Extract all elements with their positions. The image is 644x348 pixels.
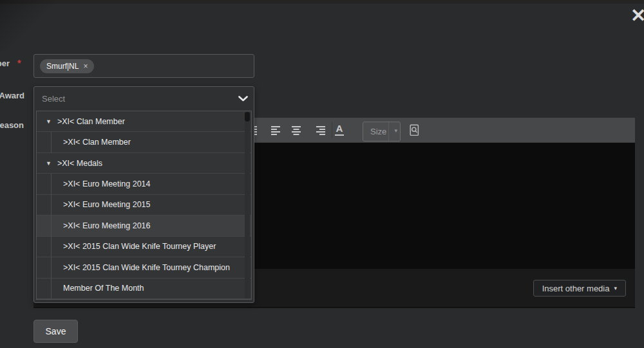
award-option[interactable]: >XI< Euro Meeting 2014 [37,174,251,194]
award-option-label: >XI< Clan Member [57,117,125,126]
award-option-label: >XI< Euro Meeting 2016 [63,221,151,230]
insert-media-chevron-icon: ▾ [614,285,617,291]
required-asterisk: * [17,58,21,68]
award-select: Select ▼ >XI< Clan Member >XI< Clan Memb… [33,86,254,303]
member-tag: Smurf|NL × [40,59,94,73]
award-field-label: Award [0,91,24,101]
award-option-group[interactable]: ▼ >XI< Medals [37,153,251,174]
award-select-header[interactable]: Select [34,87,254,111]
award-option[interactable]: >XI< 2015 Clan Wide Knife Tourney Champi… [37,257,251,278]
size-select[interactable]: Size ▾ [363,122,401,142]
toolbar-separator [332,122,332,138]
size-chevron-icon: ▾ [394,127,397,134]
top-shade [0,0,644,4]
award-option-label: >XI< Clan Member [63,138,131,147]
award-option[interactable]: >XI< Clan Member [37,132,251,152]
scrollbar-track[interactable] [245,112,250,298]
chevron-down-icon [238,96,248,102]
close-icon[interactable]: ✕ [630,4,644,27]
award-option-label: >XI< Euro Meeting 2014 [63,179,151,188]
collapse-triangle-icon[interactable]: ▼ [46,118,52,125]
collapse-triangle-icon[interactable]: ▼ [46,160,52,167]
font-color-glyph: A [334,124,345,133]
award-select-placeholder: Select [42,94,65,104]
corner-shade [0,0,58,51]
award-option-group[interactable]: ▼ >XI< Clan Member [37,111,251,132]
award-option[interactable]: Member Of The Month [37,279,251,299]
align-right-icon[interactable] [316,125,326,136]
remove-tag-icon[interactable]: × [83,62,88,71]
award-dropdown-list: ▼ >XI< Clan Member >XI< Clan Member ▼ >X… [36,111,252,300]
save-button[interactable]: Save [33,320,78,343]
scrollbar-thumb[interactable] [245,112,250,122]
preview-icon[interactable] [410,124,419,136]
reason-field-label: Reason [0,120,24,131]
award-option[interactable]: >XI< Euro Meeting 2015 [37,195,251,215]
insert-other-media-button[interactable]: Insert other media ▾ [533,280,626,297]
member-field-label: Member [0,59,10,69]
award-option-label: >XI< Euro Meeting 2015 [63,200,151,209]
save-button-label: Save [46,326,66,336]
award-option-label: Member Of The Month [63,284,144,293]
font-color-icon[interactable]: A [334,124,345,136]
member-tag-text: Smurf|NL [46,62,79,71]
font-color-underbar [335,134,344,136]
award-option-label: >XI< 2015 Clan Wide Knife Tourney Champi… [63,263,230,272]
align-center-icon[interactable] [291,125,301,136]
member-tag-input[interactable]: Smurf|NL × [33,54,254,78]
award-option-label: >XI< 2015 Clan Wide Knife Tourney Player [63,242,216,251]
size-select-label: Size [370,127,386,136]
award-option-label: >XI< Medals [57,159,102,168]
award-option[interactable]: >XI< 2015 Clan Wide Knife Tourney Player [37,237,251,257]
insert-other-media-label: Insert other media [542,284,610,293]
award-option-highlighted[interactable]: >XI< Euro Meeting 2016 [37,215,251,236]
align-left-icon[interactable] [270,125,281,136]
